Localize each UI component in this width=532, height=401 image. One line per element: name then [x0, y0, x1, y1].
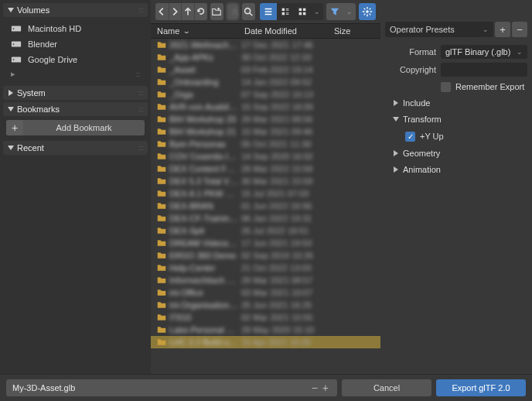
recent-header[interactable]: Recent ::::: [3, 141, 148, 155]
file-name: COV Cosentis I L...: [169, 152, 238, 161]
sidebar: Volumes :::: Macintosh HD Blender Google…: [0, 0, 151, 374]
file-row[interactable]: LHC 2.2 Build up...15 Apr 2021 10:28: [151, 336, 380, 348]
new-folder-button[interactable]: [210, 3, 223, 20]
add-preset-button[interactable]: +: [495, 22, 510, 37]
volumes-header[interactable]: Volumes ::::: [3, 3, 148, 17]
hdd-icon: [11, 23, 22, 34]
up-button[interactable]: [181, 3, 194, 20]
folder-icon: [157, 264, 166, 272]
file-name: Help-Center: [169, 263, 238, 272]
bookmarks-title: Bookmarks: [17, 105, 135, 114]
file-row[interactable]: int-Organisationa...25 Jun 2021 16:25: [151, 299, 380, 311]
format-select[interactable]: glTF Binary (.glb)⌄: [441, 45, 527, 59]
drive-item[interactable]: Macintosh HD: [6, 21, 145, 36]
folder-icon: [157, 140, 166, 148]
svg-rect-12: [303, 12, 306, 15]
grid-view-button[interactable]: [294, 3, 311, 20]
file-row[interactable]: _Asset03 Feb 2022 19:14: [151, 63, 380, 76]
file-date: 06 Jan 2022 19:31: [241, 214, 331, 223]
search-button[interactable]: [242, 3, 255, 20]
file-row[interactable]: DEX-Spit26 Jul 2022 18:51: [151, 224, 380, 237]
folder-icon: [157, 165, 166, 173]
file-row[interactable]: AVR-von-Ausbild...15 Sep 2022 18:09: [151, 101, 380, 113]
filter-menu-button[interactable]: ⌄: [343, 3, 356, 20]
file-row[interactable]: DEX-CF-Trainings06 Jan 2022 19:31: [151, 212, 380, 224]
filter-button[interactable]: [326, 3, 343, 20]
file-row[interactable]: DEX-BRAN01 Jun 2022 16:56: [151, 200, 380, 212]
include-section[interactable]: Include: [385, 96, 527, 110]
y-up-checkbox[interactable]: [405, 132, 415, 142]
drive-item[interactable]: Blender: [6, 36, 145, 52]
drive-item[interactable]: Google Drive: [6, 52, 145, 67]
operator-presets-select[interactable]: Operator Presets⌄: [385, 22, 493, 37]
svg-point-6: [245, 9, 251, 14]
remove-preset-button[interactable]: −: [512, 22, 527, 37]
path-input[interactable]: /Users/tomquiring/Documentu...: [227, 3, 239, 20]
file-row[interactable]: _Orga07 Sep 2022 10:13: [151, 88, 380, 101]
size-column-header[interactable]: Size: [334, 26, 374, 36]
volumes-body: Macintosh HD Blender Google Drive ▸::::: [3, 19, 148, 84]
file-row[interactable]: Lake-Personal To...28 May 2020 15:10: [151, 324, 380, 336]
list-view-button[interactable]: [260, 3, 277, 20]
file-date: 17 Jun 2021 19:53: [241, 238, 331, 248]
cancel-button[interactable]: Cancel: [342, 379, 431, 396]
format-label: Format: [385, 47, 436, 57]
file-date: 21 Oct 2022 13:03: [241, 263, 331, 272]
forward-button[interactable]: [169, 3, 182, 20]
settings-button[interactable]: [359, 3, 376, 20]
file-row[interactable]: _App-APKs30 Oct 2022 12:33: [151, 51, 380, 63]
date-column-header[interactable]: Date Modified: [244, 26, 334, 36]
drive-label: Google Drive: [28, 55, 77, 64]
increment-button[interactable]: +: [320, 382, 331, 394]
detail-view-button[interactable]: [277, 3, 294, 20]
file-row[interactable]: Informechtisch MB...28 Mar 2021 08:57: [151, 274, 380, 286]
file-date: 03 Mar 2021 10:07: [241, 288, 331, 297]
folder-icon: [157, 314, 166, 321]
file-date: 26 Jul 2022 18:51: [241, 226, 331, 235]
system-header[interactable]: System ::::: [3, 86, 148, 100]
file-date: 15 Mar 2021 09:46: [241, 127, 331, 136]
volumes-expander[interactable]: ▸::::: [6, 67, 145, 81]
remember-export-checkbox[interactable]: [441, 82, 451, 92]
file-row[interactable]: COV Cosentis I L...14 Sep 2020 16:02: [151, 150, 380, 163]
folder-icon: [157, 177, 166, 185]
export-button[interactable]: Export glTF 2.0: [436, 379, 526, 396]
geometry-section[interactable]: Geometry: [385, 146, 527, 160]
file-row[interactable]: IT81002 Mar 2021 15:55: [151, 311, 380, 324]
file-date: 15 Jul 2021 07:03: [241, 189, 331, 198]
decrement-button[interactable]: −: [309, 382, 320, 394]
file-row[interactable]: _Onboarding14 Jan 2022 09:52: [151, 76, 380, 88]
file-row[interactable]: Byer-Personas05 Oct 2021 11:30: [151, 138, 380, 150]
file-name: DREAM Videos-DI: [169, 238, 238, 248]
file-row[interactable]: DREAM Videos-DI17 Jun 2021 19:53: [151, 237, 380, 249]
file-date: 28 Mar 2021 08:57: [241, 276, 331, 285]
name-column-header[interactable]: Name⌄: [157, 26, 244, 36]
file-row[interactable]: DEX 5.3 Total VR...30 Mar 2021 15:58: [151, 175, 380, 187]
file-date: 15 Apr 2021 10:28: [241, 338, 331, 347]
file-row[interactable]: int-Office03 Mar 2021 10:07: [151, 286, 380, 299]
copyright-input[interactable]: [441, 63, 527, 77]
transform-section[interactable]: Transform: [385, 112, 527, 126]
bookmarks-header[interactable]: Bookmarks ::::: [3, 102, 148, 116]
file-row[interactable]: 2021-Weihnacht...17 Dec 2021 17:46: [151, 39, 380, 51]
folder-icon: [157, 301, 166, 309]
file-row[interactable]: DEX Content Fac...28 Mar 2022 15:58: [151, 163, 380, 175]
file-row[interactable]: ERGO 360 Demo02 Sep 2019 10:26: [151, 249, 380, 262]
sort-menu-button[interactable]: ⌄: [311, 3, 323, 20]
folder-icon: [157, 338, 166, 346]
file-row[interactable]: Help-Center21 Oct 2022 13:03: [151, 262, 380, 274]
file-name: Lake-Personal To...: [169, 325, 238, 334]
file-date: 25 Jun 2021 16:25: [241, 300, 331, 310]
animation-section[interactable]: Animation: [385, 163, 527, 177]
back-button[interactable]: [155, 3, 169, 20]
add-bookmark-button[interactable]: + Add Bookmark: [6, 120, 145, 135]
svg-rect-9: [299, 9, 302, 12]
file-row[interactable]: DEX-8.1 PKW Ga...15 Jul 2021 07:03: [151, 187, 380, 200]
file-name: ERGO 360 Demo: [169, 251, 238, 260]
file-row[interactable]: BIH Workshop 2028 Mar 2021 08:56: [151, 113, 380, 125]
file-row[interactable]: BIH Workshop 2115 Mar 2021 09:46: [151, 125, 380, 138]
file-name: _App-APKs: [169, 53, 238, 62]
file-list[interactable]: 2021-Weihnacht...17 Dec 2021 17:46_App-A…: [151, 39, 380, 374]
filename-input[interactable]: [12, 383, 309, 392]
refresh-button[interactable]: [194, 3, 207, 20]
